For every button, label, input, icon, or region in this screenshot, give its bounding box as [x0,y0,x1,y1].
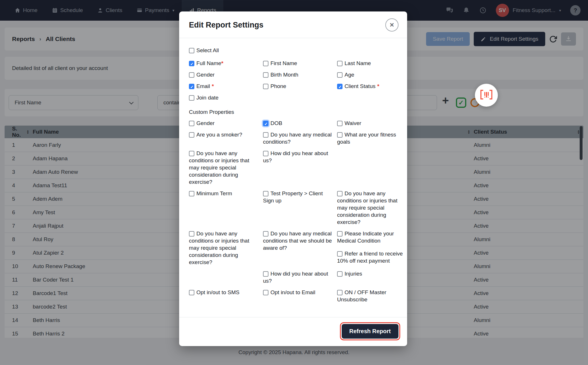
checkbox-cell: Age [337,71,406,78]
checkbox-unchecked-icon[interactable] [189,191,194,196]
checkbox-gender[interactable]: Gender [189,71,261,78]
checkbox-opt-in-out-to-sms[interactable]: Opt in/out to SMS [189,289,261,296]
checkbox-checked-icon[interactable] [263,121,268,126]
checkbox-how-did-you-hear-about-us[interactable]: How did you hear about us? [263,150,335,164]
checkbox-unchecked-icon[interactable] [263,132,268,138]
checkbox-waiver[interactable]: Waiver [337,120,406,127]
checkbox-unchecked-icon[interactable] [337,231,343,237]
checkbox-cell: How did you hear about us? [263,150,335,186]
barcode-scan-button[interactable] [475,84,498,107]
checkbox-full-name[interactable]: Full Name* [189,60,261,67]
checkbox-dob[interactable]: DOB [263,120,335,127]
checkbox-label: Do you have any conditions or injuries t… [189,231,249,265]
checkbox-unchecked-icon[interactable] [337,72,343,78]
checkbox-unchecked-icon[interactable] [189,72,194,78]
checkbox-do-you-have-any-medical-conditions-that-we[interactable]: Do you have any medical conditions that … [263,230,335,251]
checkbox-gender[interactable]: Gender [189,120,261,127]
custom-properties-grid: GenderDOBWaiverAre you a smoker?Do you h… [189,120,397,303]
checkbox-cell: Birth Month [263,71,335,78]
modal-body: Select All Full Name*First NameLast Name… [179,38,407,317]
checkbox-label: Do you have any medical conditions? [263,132,332,145]
checkbox-on-off-master-unsubscribe[interactable]: ON / OFF Master Unsubscribe [337,289,406,303]
checkbox-label: Phone [270,83,286,89]
checkbox-refer-a-friend-to-receive-10-off-next-paym[interactable]: Refer a friend to receive 10% off next p… [337,250,406,264]
checkbox-label: Client Status [345,83,376,89]
checkbox-cell: Are you a smoker? [189,131,261,145]
checkbox-label: Do you have any conditions or injuries t… [189,150,249,185]
checkbox-label: Gender [196,72,214,78]
checkbox-unchecked-icon[interactable] [337,121,343,126]
refresh-button-highlight-ring: Refresh Report [340,322,400,340]
checkbox-cell: Do you have any medical conditions that … [263,230,335,266]
checkbox-label: How did you hear about us? [263,271,328,284]
checkbox-unchecked-icon[interactable] [337,271,343,277]
standard-fields-grid: Full Name*First NameLast NameGenderBirth… [189,60,397,101]
checkbox-unchecked-icon[interactable] [263,191,268,196]
checkbox-cell: Do you have any conditions or injuries t… [189,230,261,266]
checkbox-unchecked-icon[interactable] [337,61,343,66]
checkbox-label: ON / OFF Master Unsubscribe [337,289,386,302]
checkbox-what-are-your-fitness-goals[interactable]: What are your fitness goals [337,131,406,145]
checkbox-unchecked-icon[interactable] [263,151,268,156]
checkbox-unchecked-icon[interactable] [337,251,343,257]
checkbox-unchecked-icon[interactable] [263,84,268,89]
checkbox-cell: Client Status* [337,83,406,90]
checkbox-do-you-have-any-conditions-or-injuries-tha[interactable]: Do you have any conditions or injuries t… [337,190,406,226]
checkbox-first-name[interactable]: First Name [263,60,335,67]
checkbox-test-property-client-sign-up[interactable]: Test Property > Client Sign up [263,190,335,204]
checkbox-opt-in-out-to-email[interactable]: Opt in/out to Email [263,289,335,296]
checkbox-checked-icon[interactable] [337,84,343,89]
checkbox-how-did-you-hear-about-us[interactable]: How did you hear about us? [263,270,335,284]
checkbox-email[interactable]: Email* [189,83,261,90]
checkbox-checked-icon[interactable] [189,61,194,66]
checkbox-unchecked-icon[interactable] [189,132,194,138]
checkbox-checked-icon[interactable] [189,84,194,89]
checkbox-cell [337,150,406,186]
checkbox-label: Are you a smoker? [196,132,242,138]
checkbox-unchecked-icon[interactable] [337,132,343,138]
checkbox-please-indicate-your-medical-condition[interactable]: Please Indicate your Medical Condition [337,230,406,244]
checkbox-unchecked-icon[interactable] [263,61,268,66]
checkbox-unchecked-icon[interactable] [189,151,194,156]
checkbox-cell: What are your fitness goals [337,131,406,145]
checkbox-unchecked-icon[interactable] [263,231,268,237]
checkbox-are-you-a-smoker[interactable]: Are you a smoker? [189,131,261,138]
checkbox-cell [189,270,261,284]
close-icon: ✕ [390,22,394,28]
checkbox-phone[interactable]: Phone [263,83,335,90]
checkbox-label: How did you hear about us? [263,150,328,163]
refresh-report-button[interactable]: Refresh Report [342,324,399,339]
checkbox-unchecked-icon[interactable] [189,290,194,295]
checkbox-birth-month[interactable]: Birth Month [263,71,335,78]
checkbox-last-name[interactable]: Last Name [337,60,406,67]
checkbox-unchecked-icon[interactable] [263,72,268,78]
checkbox-unchecked-icon[interactable] [263,290,268,295]
checkbox-cell: Please Indicate your Medical ConditionRe… [337,230,406,266]
checkbox-cell: Join date [189,94,261,101]
checkbox-injuries[interactable]: Injuries [337,270,406,277]
checkbox-label: Injuries [345,271,362,277]
checkbox-join-date[interactable]: Join date [189,94,261,101]
checkbox-unchecked-icon[interactable] [189,95,194,101]
required-asterisk: * [377,83,379,89]
checkbox-do-you-have-any-conditions-or-injuries-tha[interactable]: Do you have any conditions or injuries t… [189,230,261,266]
modal-title: Edit Report Settings [189,21,264,30]
checkbox-age[interactable]: Age [337,71,406,78]
modal-footer: Refresh Report [179,317,407,346]
checkbox-cell: Opt in/out to Email [263,289,335,303]
checkbox-unchecked-icon[interactable] [189,48,194,53]
checkbox-label: Full Name [196,60,221,66]
checkbox-unchecked-icon[interactable] [189,121,194,126]
checkbox-client-status[interactable]: Client Status* [337,83,406,90]
checkbox-unchecked-icon[interactable] [263,271,268,277]
checkbox-do-you-have-any-conditions-or-injuries-tha[interactable]: Do you have any conditions or injuries t… [189,150,261,186]
checkbox-unchecked-icon[interactable] [189,231,194,237]
close-button[interactable]: ✕ [385,18,399,32]
checkbox-do-you-have-any-medical-conditions[interactable]: Do you have any medical conditions? [263,131,335,145]
checkbox-minimum-term[interactable]: Minimum Term [189,190,261,197]
checkbox-unchecked-icon[interactable] [337,191,343,196]
checkbox-select-all[interactable]: Select All [189,47,397,54]
checkbox-unchecked-icon[interactable] [337,290,343,295]
checkbox-label: Age [345,72,354,78]
checkbox-label: Test Property > Client Sign up [263,190,323,204]
